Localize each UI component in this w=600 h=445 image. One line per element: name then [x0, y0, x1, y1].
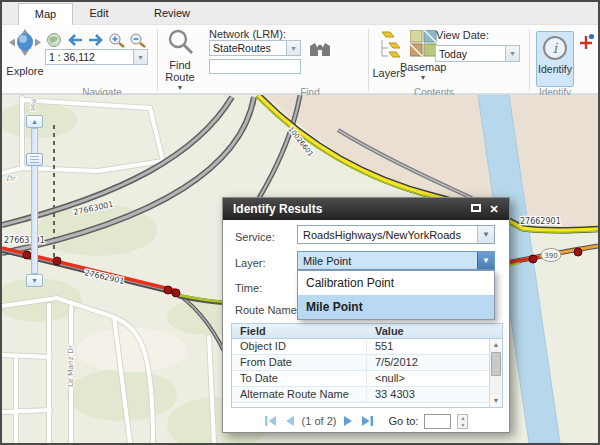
value-cell: 551 — [367, 339, 502, 354]
zoom-slider-up-button[interactable]: ▲ — [26, 115, 43, 128]
service-combobox[interactable]: RoadsHighways/NewYorkRoads ▼ — [297, 225, 495, 244]
table-row: To Date <null> — [232, 371, 502, 387]
previous-page-icon[interactable] — [283, 415, 296, 427]
layer-label: Layer: — [235, 257, 266, 269]
scroll-thumb[interactable] — [491, 352, 501, 376]
group-separator — [368, 29, 369, 91]
layer-dropdown-list: Calibration Point Mile Point — [297, 270, 495, 320]
layer-dropdown-arrow[interactable]: ▼ — [477, 252, 494, 269]
view-date-label: View Date: — [436, 29, 489, 41]
identify-button[interactable]: i Identify — [536, 31, 574, 87]
zoom-slider-track[interactable] — [31, 128, 38, 274]
view-date-value: Today — [436, 48, 505, 60]
field-cell: Object ID — [232, 339, 367, 354]
find-route-button[interactable]: Find Route ▾ — [157, 28, 203, 92]
ribbon-tab-bar: Map Edit Review — [2, 2, 598, 25]
maximize-icon[interactable] — [469, 202, 483, 216]
scale-dropdown-arrow[interactable]: ▼ — [133, 50, 147, 64]
network-value: StateRoutes — [210, 42, 286, 54]
route-name-label: Route Name: — [235, 304, 300, 316]
next-page-icon[interactable] — [342, 415, 355, 427]
layer-value: Mile Point — [298, 255, 477, 267]
route-shield-label: 390 — [544, 252, 557, 260]
back-arrow-icon[interactable] — [66, 32, 84, 48]
find-route-caret-icon: ▾ — [157, 83, 203, 92]
pagination-bar: (1 of 2) Go to: ▲▼ — [223, 412, 509, 430]
table-scrollbar[interactable]: ▲ ▼ — [489, 339, 502, 407]
basemap-label: Basemap — [400, 61, 446, 73]
forward-arrow-icon[interactable] — [87, 32, 105, 48]
view-date-combobox[interactable]: Today ▼ — [435, 45, 520, 62]
dropdown-option-mile-point[interactable]: Mile Point — [298, 295, 494, 319]
identify-route-tool-icon[interactable] — [578, 33, 595, 50]
field-cell: Alternate Route Name — [232, 387, 367, 402]
binoculars-icon[interactable] — [308, 41, 332, 58]
table-row: From Date 7/5/2012 — [232, 355, 502, 371]
dialog-title-bar[interactable]: Identify Results ✕ — [223, 198, 509, 220]
zoom-in-icon[interactable] — [108, 32, 126, 48]
view-date-dropdown-arrow[interactable]: ▼ — [505, 46, 519, 61]
value-cell: 33 4303 — [367, 387, 502, 402]
street-label: Pae — [29, 99, 37, 112]
ribbon: Explore 1 : 36,112 ▼ Navig — [2, 25, 598, 95]
explore-button[interactable]: Explore — [6, 29, 44, 77]
basemap-caret-icon: ▾ — [400, 73, 446, 82]
network-dropdown-arrow[interactable]: ▼ — [286, 41, 300, 55]
goto-label: Go to: — [388, 415, 418, 427]
find-route-label-1: Find — [169, 59, 190, 71]
map-zoom-slider: ▲ ▼ — [26, 115, 43, 287]
last-page-icon[interactable] — [361, 415, 374, 427]
scroll-down-icon[interactable]: ▼ — [490, 395, 502, 407]
network-lrm-label: Network (LRM): — [209, 28, 286, 40]
table-header: Field Value — [232, 324, 502, 339]
close-icon[interactable]: ✕ — [487, 202, 501, 216]
find-route-magnifier-icon — [167, 28, 194, 55]
network-combobox[interactable]: StateRoutes ▼ — [209, 40, 301, 56]
attributes-table: Field Value Object ID 551 From Date 7/5/… — [231, 323, 503, 408]
explore-compass-icon — [7, 29, 43, 61]
value-column-header: Value — [367, 324, 502, 338]
field-column-header: Field — [232, 324, 367, 338]
route-label: 27662901 — [84, 268, 126, 286]
table-row: Object ID 551 — [232, 339, 502, 355]
identify-results-dialog: Identify Results ✕ Service: RoadsHighway… — [222, 197, 510, 433]
layer-combobox[interactable]: Mile Point ▼ — [297, 251, 495, 270]
zoom-slider-down-button[interactable]: ▼ — [26, 274, 43, 287]
identify-i-icon: i — [543, 36, 567, 60]
scale-combobox[interactable]: 1 : 36,112 ▼ — [45, 49, 148, 65]
tab-edit[interactable]: Edit — [73, 3, 125, 25]
table-row: Alternate Route Name 33 4303 — [232, 387, 502, 403]
basemap-icon — [410, 30, 437, 57]
first-page-icon[interactable] — [264, 415, 277, 427]
goto-spinner[interactable]: ▲▼ — [457, 414, 468, 429]
zoom-out-icon[interactable] — [129, 32, 147, 48]
dropdown-option-calibration-point[interactable]: Calibration Point — [298, 271, 494, 295]
street-label: Le Manz Dr — [66, 344, 75, 387]
route-input[interactable] — [209, 59, 301, 74]
tab-map[interactable]: Map — [18, 3, 73, 25]
tab-review[interactable]: Review — [134, 3, 210, 25]
value-cell: <null> — [367, 371, 502, 386]
explore-label: Explore — [6, 65, 44, 77]
group-separator — [529, 29, 530, 91]
scale-value: 1 : 36,112 — [46, 51, 133, 63]
app-window: Map Edit Review Explore — [0, 0, 600, 445]
service-value: RoadsHighways/NewYorkRoads — [298, 229, 477, 241]
find-route-label-2: Route — [165, 71, 194, 83]
scroll-up-icon[interactable]: ▲ — [490, 339, 502, 351]
service-dropdown-arrow[interactable]: ▼ — [477, 226, 494, 243]
globe-icon[interactable] — [45, 32, 63, 48]
page-indicator: (1 of 2) — [302, 415, 337, 427]
zoom-slider-handle[interactable] — [26, 153, 43, 166]
time-label: Time: — [235, 282, 262, 294]
goto-page-input[interactable] — [424, 414, 451, 429]
street-label: Dr — [6, 174, 17, 183]
route-label: 27662901 — [520, 217, 561, 226]
dialog-title: Identify Results — [233, 202, 322, 216]
service-label: Service: — [235, 231, 275, 243]
identify-button-label: Identify — [537, 63, 573, 75]
field-cell: From Date — [232, 355, 367, 370]
field-cell: To Date — [232, 371, 367, 386]
value-cell: 7/5/2012 — [367, 355, 502, 370]
